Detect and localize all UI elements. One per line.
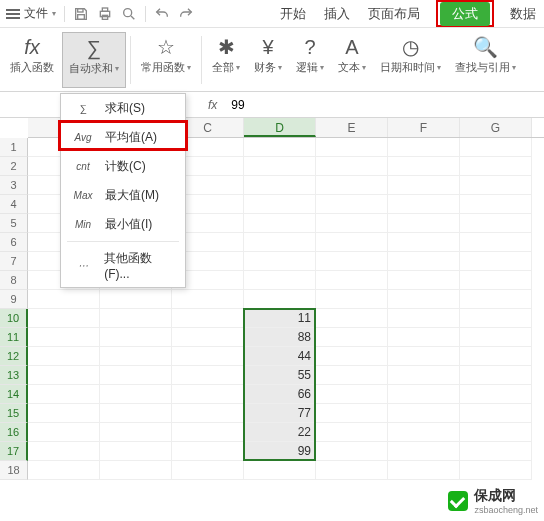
cell[interactable] — [172, 328, 244, 347]
column-header[interactable]: G — [460, 118, 532, 137]
save-icon[interactable] — [73, 6, 89, 22]
cell[interactable] — [100, 461, 172, 480]
cell[interactable] — [460, 366, 532, 385]
cell[interactable] — [460, 461, 532, 480]
cell[interactable] — [244, 252, 316, 271]
cell[interactable] — [28, 347, 100, 366]
row-header[interactable]: 4 — [0, 195, 28, 214]
cell[interactable] — [460, 404, 532, 423]
cell[interactable] — [316, 347, 388, 366]
row-header[interactable]: 7 — [0, 252, 28, 271]
cell[interactable] — [100, 385, 172, 404]
cell[interactable] — [388, 347, 460, 366]
dropdown-item-average[interactable]: Avg 平均值(A) — [61, 123, 185, 152]
cell[interactable] — [244, 233, 316, 252]
cell[interactable] — [172, 423, 244, 442]
tab-insert[interactable]: 插入 — [322, 3, 352, 25]
cell[interactable] — [316, 404, 388, 423]
cell[interactable] — [100, 423, 172, 442]
cell[interactable] — [460, 157, 532, 176]
cell[interactable] — [460, 271, 532, 290]
cell[interactable]: 66 — [244, 385, 316, 404]
dropdown-item-max[interactable]: Max 最大值(M) — [61, 181, 185, 210]
cell[interactable]: 22 — [244, 423, 316, 442]
row-header[interactable]: 15 — [0, 404, 28, 423]
cell[interactable] — [28, 461, 100, 480]
cell[interactable] — [316, 233, 388, 252]
cell[interactable] — [100, 366, 172, 385]
cell[interactable] — [100, 328, 172, 347]
cell[interactable] — [316, 138, 388, 157]
row-header[interactable]: 6 — [0, 233, 28, 252]
tab-data[interactable]: 数据 — [508, 3, 538, 25]
cell[interactable]: 88 — [244, 328, 316, 347]
cell[interactable] — [388, 442, 460, 461]
cell[interactable] — [388, 423, 460, 442]
cell[interactable] — [316, 328, 388, 347]
cell[interactable] — [316, 385, 388, 404]
row-header[interactable]: 17 — [0, 442, 28, 461]
autosum-button[interactable]: ∑ 自动求和▾ — [62, 32, 126, 88]
cell[interactable]: 99 — [244, 442, 316, 461]
formula-input[interactable] — [225, 98, 544, 112]
cell[interactable] — [100, 404, 172, 423]
cell[interactable] — [460, 423, 532, 442]
row-header[interactable]: 3 — [0, 176, 28, 195]
cell[interactable]: 77 — [244, 404, 316, 423]
cell[interactable] — [388, 138, 460, 157]
cell[interactable] — [172, 309, 244, 328]
cell[interactable] — [460, 195, 532, 214]
cell[interactable] — [460, 385, 532, 404]
cell[interactable] — [28, 309, 100, 328]
cell[interactable] — [244, 461, 316, 480]
cell[interactable] — [316, 423, 388, 442]
cell[interactable] — [388, 404, 460, 423]
row-header[interactable]: 1 — [0, 138, 28, 157]
row-header[interactable]: 5 — [0, 214, 28, 233]
cell[interactable]: 55 — [244, 366, 316, 385]
cell[interactable] — [172, 385, 244, 404]
cell[interactable] — [244, 195, 316, 214]
cell[interactable] — [388, 385, 460, 404]
row-header[interactable]: 8 — [0, 271, 28, 290]
file-menu[interactable]: 文件 ▾ — [6, 5, 56, 22]
cell[interactable] — [28, 366, 100, 385]
row-header[interactable]: 2 — [0, 157, 28, 176]
column-header[interactable]: D — [244, 118, 316, 137]
cell[interactable]: 11 — [244, 309, 316, 328]
cell[interactable] — [316, 309, 388, 328]
row-header[interactable]: 12 — [0, 347, 28, 366]
cell[interactable] — [388, 366, 460, 385]
row-header[interactable]: 10 — [0, 309, 28, 328]
row-header[interactable]: 14 — [0, 385, 28, 404]
cell[interactable] — [172, 404, 244, 423]
preview-icon[interactable] — [121, 6, 137, 22]
cell[interactable] — [28, 290, 100, 309]
cell[interactable] — [388, 290, 460, 309]
undo-icon[interactable] — [154, 6, 170, 22]
row-header[interactable]: 11 — [0, 328, 28, 347]
cell[interactable] — [388, 328, 460, 347]
cell[interactable] — [100, 290, 172, 309]
cell[interactable] — [244, 176, 316, 195]
cell[interactable] — [100, 442, 172, 461]
cell[interactable] — [316, 461, 388, 480]
row-header[interactable]: 16 — [0, 423, 28, 442]
dropdown-item-sum[interactable]: ∑ 求和(S) — [61, 94, 185, 123]
cell[interactable] — [100, 347, 172, 366]
cell[interactable] — [316, 290, 388, 309]
cell[interactable] — [28, 442, 100, 461]
cell[interactable] — [244, 214, 316, 233]
lookup-functions-button[interactable]: 🔍 查找与引用▾ — [449, 32, 522, 88]
print-icon[interactable] — [97, 6, 113, 22]
fx-button[interactable]: fx — [200, 98, 225, 112]
cell[interactable] — [316, 271, 388, 290]
cell[interactable] — [244, 138, 316, 157]
text-functions-button[interactable]: A 文本▾ — [332, 32, 372, 88]
cell[interactable] — [172, 461, 244, 480]
logic-functions-button[interactable]: ? 逻辑▾ — [290, 32, 330, 88]
cell[interactable] — [460, 252, 532, 271]
cell[interactable] — [28, 423, 100, 442]
dropdown-item-more[interactable]: ⋯ 其他函数(F)... — [61, 244, 185, 287]
cell[interactable] — [28, 385, 100, 404]
